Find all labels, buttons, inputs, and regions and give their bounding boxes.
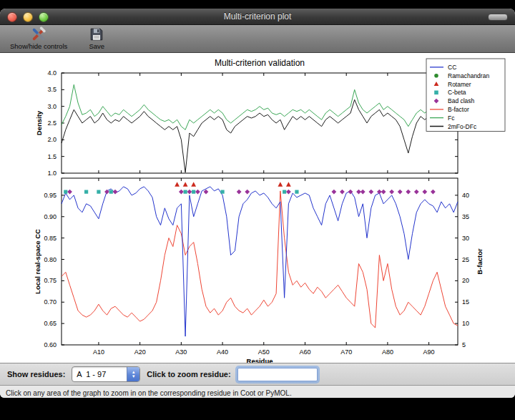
- bfactor-tick-label: 20: [462, 277, 469, 284]
- zoom-residue-label: Click to zoom residue:: [147, 370, 230, 379]
- density-tick-label: 4.0: [47, 69, 57, 77]
- cc-tick-label: 0.60: [44, 341, 57, 348]
- bfactor-tick-label: 25: [462, 256, 469, 263]
- bfactor-tick-label: 10: [462, 320, 469, 327]
- zoom-residue-input[interactable]: [237, 368, 318, 381]
- legend-label: Rotamer: [448, 81, 471, 88]
- bfactor-tick-label: 40: [462, 192, 469, 199]
- controls-bar: Show residues: A 1 - 97 ▲ ▼ Click to zoo…: [0, 363, 515, 385]
- traffic-lights: [7, 12, 54, 22]
- residue-tick-label: A80: [382, 348, 393, 356]
- c-beta-marker: [109, 190, 113, 194]
- density-tick-label: 1.0: [47, 170, 57, 177]
- window: Multi-criterion plot Show/hide controls: [0, 9, 515, 398]
- c-beta-marker: [184, 190, 187, 194]
- bfactor-tick-label: 35: [462, 213, 469, 220]
- density-tick-label: 2.0: [47, 136, 57, 143]
- cc-tick-label: 0.80: [44, 256, 57, 263]
- residue-range-value: A 1 - 97: [72, 370, 127, 379]
- residue-tick-label: A60: [299, 348, 310, 356]
- multi-criterion-figure[interactable]: Multi-criterion validation4.03.53.02.52.…: [0, 53, 515, 363]
- save-button[interactable]: Save: [86, 26, 107, 50]
- show-residues-label: Show residues:: [7, 370, 65, 379]
- density-tick-label: 3.5: [47, 86, 57, 93]
- title-bar[interactable]: Multi-criterion plot: [0, 9, 515, 25]
- stepper-down-icon: ▼: [132, 374, 136, 379]
- legend-label: Fc: [448, 114, 455, 122]
- legend-label: Bad clash: [448, 97, 475, 104]
- residue-tick-label: A50: [258, 348, 270, 356]
- density-plot-area[interactable]: [62, 73, 458, 173]
- cc-tick-label: 0.95: [44, 192, 57, 199]
- cc-bfactor-plot-area[interactable]: [62, 178, 458, 345]
- screen-background: Multi-criterion plot Show/hide controls: [0, 0, 515, 420]
- cc-tick-label: 0.75: [44, 277, 57, 284]
- density-tick-label: 2.5: [47, 119, 57, 127]
- residue-range-stepper[interactable]: ▲ ▼: [127, 367, 139, 381]
- c-beta-marker: [64, 190, 67, 194]
- legend-square-swatch: [434, 91, 438, 95]
- bfactor-axis-label: B-factor: [476, 248, 484, 275]
- legend-label: B-factor: [448, 106, 469, 113]
- residue-tick-label: A40: [217, 348, 228, 356]
- toolbar-toggle-button[interactable]: [488, 14, 508, 21]
- status-bar: Click on any area of the graph to zoom i…: [0, 385, 515, 398]
- tools-icon: [31, 26, 46, 42]
- residue-tick-label: A20: [134, 348, 146, 356]
- bfactor-tick-label: 30: [462, 235, 469, 242]
- legend-circle-swatch: [434, 74, 438, 78]
- cc-tick-label: 0.90: [44, 213, 57, 220]
- save-label: Save: [89, 42, 104, 50]
- cc-tick-label: 0.85: [44, 235, 57, 242]
- status-text: Click on any area of the graph to zoom i…: [6, 389, 292, 397]
- legend-label: Ramachandran: [448, 72, 489, 79]
- density-axis-label: Density: [35, 110, 43, 135]
- residue-axis-label: Residue: [247, 357, 273, 363]
- plot-panel: Multi-criterion validation4.03.53.02.52.…: [0, 53, 515, 363]
- cc-tick-label: 0.65: [44, 320, 57, 327]
- window-title: Multi-criterion plot: [0, 9, 515, 24]
- figure-title: Multi-criterion validation: [215, 58, 305, 68]
- zoom-button[interactable]: [39, 12, 49, 22]
- cc-tick-label: 0.70: [44, 298, 57, 306]
- density-tick-label: 1.5: [47, 153, 57, 160]
- cc-axis-label: Local real-space CC: [34, 229, 41, 294]
- residue-tick-label: A10: [93, 348, 104, 356]
- legend-label: CC: [448, 64, 456, 71]
- legend-label: C-beta: [448, 89, 466, 96]
- c-beta-marker: [84, 190, 88, 194]
- residue-tick-label: A70: [340, 348, 352, 356]
- bfactor-tick-label: 15: [462, 298, 469, 306]
- minimize-button[interactable]: [23, 12, 33, 22]
- c-beta-marker: [97, 190, 100, 194]
- toolbar: Show/hide controls Save: [0, 25, 515, 53]
- residue-tick-label: A30: [175, 348, 187, 356]
- show-hide-controls-button[interactable]: Show/hide controls: [7, 26, 70, 50]
- close-button[interactable]: [7, 12, 17, 22]
- residue-tick-label: A90: [423, 348, 435, 356]
- c-beta-marker: [220, 190, 224, 194]
- c-beta-marker: [283, 190, 286, 194]
- c-beta-marker: [295, 190, 298, 194]
- residue-range-select[interactable]: A 1 - 97 ▲ ▼: [72, 366, 140, 382]
- floppy-icon: [89, 26, 104, 42]
- legend-label: 2mFo-DFc: [448, 123, 477, 130]
- density-tick-label: 3.0: [47, 103, 57, 110]
- bfactor-tick-label: 5: [462, 341, 466, 348]
- c-beta-marker: [192, 190, 195, 194]
- show-hide-controls-label: Show/hide controls: [10, 42, 67, 50]
